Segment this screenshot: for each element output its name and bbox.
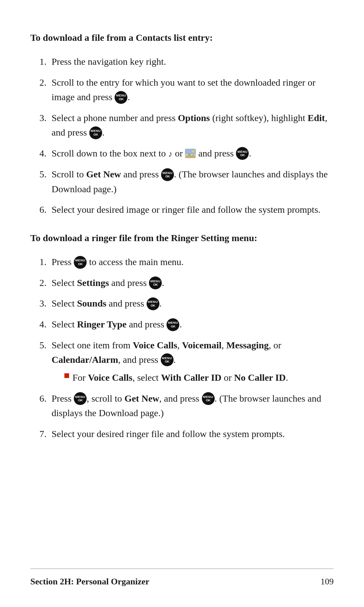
ringer-step-5-subitems: For Voice Calls, select With Caller ID o… xyxy=(62,370,334,385)
menu-ok-button-5: MENUOK xyxy=(74,256,87,269)
ringer-step-7: Select your desired ringer file and foll… xyxy=(49,427,334,441)
contacts-step-3: Select a phone number and press Options … xyxy=(49,111,334,140)
svg-point-3 xyxy=(192,150,194,152)
contacts-step-1: Press the navigation key right. xyxy=(49,54,334,69)
menu-ok-button-7: MENUOK xyxy=(147,297,159,310)
ringer-step-1: Press MENUOK to access the main menu. xyxy=(49,255,334,269)
contacts-step-5: Scroll to Get New and press MENUOK. (The… xyxy=(49,167,334,196)
menu-ok-button-6: MENUOK xyxy=(149,277,162,289)
menu-ok-button-8: MENUOK xyxy=(166,318,179,331)
ringer-step-5: Select one item from Voice Calls, Voicem… xyxy=(49,338,334,385)
contacts-section: To download a file from a Contacts list … xyxy=(30,30,334,217)
page-content: To download a file from a Contacts list … xyxy=(0,0,364,488)
ringer-step-6-text: Press MENUOK, scroll to Get New, and pre… xyxy=(52,393,321,418)
contacts-step-3-text: Select a phone number and press Options … xyxy=(52,113,327,138)
ringer-step-2: Select Settings and press MENUOK. xyxy=(49,276,334,290)
ringer-section: To download a ringer file from the Ringe… xyxy=(30,231,334,441)
image-icon xyxy=(185,149,196,158)
contacts-step-6-text: Select your desired image or ringer file… xyxy=(52,204,321,215)
page-footer: Section 2H: Personal Organizer 109 xyxy=(30,569,334,588)
menu-ok-button-11: MENUOK xyxy=(202,392,215,405)
ringer-step-3-text: Select Sounds and press MENUOK. xyxy=(52,298,162,309)
contacts-step-2: Scroll to the entry for which you want t… xyxy=(49,75,334,105)
page-number: 109 xyxy=(321,575,334,588)
ringer-step-1-text: Press MENUOK to access the main menu. xyxy=(52,257,184,267)
contacts-heading: To download a file from a Contacts list … xyxy=(30,30,334,45)
menu-ok-button: MENUOK xyxy=(115,91,127,104)
ringer-step-4: Select Ringer Type and press MENUOK. xyxy=(49,317,334,332)
music-note-icon: ♪ xyxy=(168,147,173,161)
ringer-heading: To download a ringer file from the Ringe… xyxy=(30,231,334,245)
contacts-step-6: Select your desired image or ringer file… xyxy=(49,202,334,217)
contacts-step-1-text: Press the navigation key right. xyxy=(52,56,166,67)
contacts-step-5-text: Scroll to Get New and press MENUOK. (The… xyxy=(52,169,328,194)
ringer-step-5-text: Select one item from Voice Calls, Voicem… xyxy=(52,340,281,365)
ringer-step-7-text: Select your desired ringer file and foll… xyxy=(52,429,285,439)
menu-ok-button-9: MENUOK xyxy=(161,353,174,366)
svg-rect-5 xyxy=(186,155,195,157)
ringer-step-3: Select Sounds and press MENUOK. xyxy=(49,296,334,311)
menu-ok-button-4: MENUOK xyxy=(161,168,174,181)
contacts-step-2-text: Scroll to the entry for which you want t… xyxy=(52,77,315,102)
ringer-step-4-text: Select Ringer Type and press MENUOK. xyxy=(52,319,182,329)
contacts-steps-list: Press the navigation key right. Scroll t… xyxy=(49,54,334,217)
ringer-steps-list: Press MENUOK to access the main menu. Se… xyxy=(49,255,334,441)
ringer-step-6: Press MENUOK, scroll to Get New, and pre… xyxy=(49,391,334,421)
menu-ok-button-10: MENUOK xyxy=(74,392,87,405)
bullet-icon xyxy=(64,373,69,378)
contacts-step-4: Scroll down to the box next to ♪ or and … xyxy=(49,146,334,161)
ringer-step-5-subitem-1: For Voice Calls, select With Caller ID o… xyxy=(62,370,334,385)
ringer-step-5-subitem-1-text: For Voice Calls, select With Caller ID o… xyxy=(72,370,288,385)
footer-section-label: Section 2H: Personal Organizer xyxy=(30,575,149,588)
contacts-step-4-text: Scroll down to the box next to ♪ or and … xyxy=(52,148,251,158)
menu-ok-button-2: MENUOK xyxy=(89,126,102,139)
ringer-step-2-text: Select Settings and press MENUOK. xyxy=(52,278,164,288)
menu-ok-button-3: MENUOK xyxy=(236,147,249,160)
